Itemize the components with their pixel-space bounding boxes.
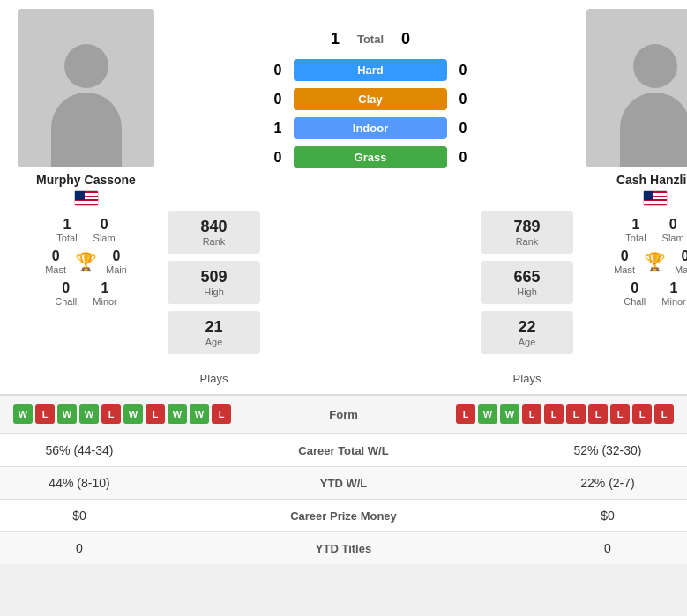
- player2-age-label: Age: [491, 337, 563, 347]
- form-badge-p1: W: [79, 404, 99, 424]
- p2-total-score: 0: [401, 30, 410, 48]
- player1-flag: [74, 190, 99, 210]
- stat-p1-value: 0: [0, 532, 159, 565]
- player1-total-label: Total: [56, 233, 77, 243]
- player1-main-stat: 0 Main: [106, 249, 127, 275]
- p1-indoor-score: 1: [269, 121, 287, 137]
- player2-form-badges: LWWLLLLLLL: [456, 404, 674, 424]
- p1-clay-score: 0: [269, 92, 287, 108]
- surface-indoor-row: 1 Indoor 0: [269, 117, 472, 139]
- avatar-body-2: [620, 93, 688, 167]
- stat-label: YTD Titles: [159, 532, 528, 565]
- player2-minor-label: Minor: [661, 296, 686, 307]
- stats-row: 0 YTD Titles 0: [0, 532, 687, 565]
- player1-total-value: 1: [63, 217, 71, 233]
- player2-mast-value: 0: [621, 249, 629, 264]
- player2-main-label: Main: [675, 264, 687, 275]
- stats-row: 44% (8-10) YTD W/L 22% (2-7): [0, 467, 687, 500]
- player1-age-label: Age: [178, 337, 250, 347]
- stats-table: 56% (44-34) Career Total W/L 52% (32-30)…: [0, 434, 687, 564]
- player2-card: Cash Hanzlik 1 Total 0 Slam 0 Mast: [578, 9, 687, 385]
- player2-chall-stat: 0 Chall: [624, 280, 646, 307]
- stat-p2-value: 0: [528, 532, 687, 565]
- form-label: Form: [329, 408, 358, 421]
- player2-rank-value: 789: [491, 218, 563, 236]
- player1-info-panel: 840 Rank 509 High 21 Age Plays: [163, 9, 265, 385]
- player1-minor-label: Minor: [93, 296, 117, 307]
- player1-minor-value: 1: [101, 280, 109, 296]
- player1-mast-stat: 0 Mast: [45, 249, 66, 275]
- form-badge-p1: L: [212, 404, 231, 424]
- player2-rank-label: Rank: [491, 236, 563, 247]
- player2-age-value: 22: [491, 318, 563, 337]
- player2-slam-value: 0: [669, 217, 677, 233]
- form-badge-p2: L: [588, 404, 608, 424]
- player1-main-value: 0: [112, 249, 120, 264]
- player1-slam-label: Slam: [93, 233, 116, 243]
- form-badge-p2: W: [478, 404, 497, 424]
- player2-minor-value: 1: [670, 280, 678, 296]
- player1-stats-row1: 1 Total 0 Slam: [56, 217, 115, 243]
- player1-mast-label: Mast: [45, 264, 66, 275]
- player2-total-label: Total: [625, 233, 646, 243]
- player1-chall-stat: 0 Chall: [55, 280, 77, 307]
- form-badge-p1: L: [35, 404, 55, 424]
- form-badge-p2: W: [500, 404, 519, 424]
- stat-label: Career Total W/L: [159, 434, 528, 467]
- player1-high-label: High: [178, 286, 250, 297]
- form-badge-p1: W: [168, 404, 187, 424]
- grass-badge: Grass: [294, 146, 447, 168]
- form-badge-p2: L: [456, 404, 475, 424]
- player1-age-value: 21: [178, 318, 250, 337]
- p2-grass-score: 0: [454, 150, 472, 166]
- player1-slam-stat: 0 Slam: [93, 217, 116, 243]
- player1-rank-label: Rank: [178, 236, 250, 247]
- player2-avatar: [586, 9, 687, 167]
- surface-grass-row: 0 Grass 0: [269, 146, 472, 168]
- p1-hard-score: 0: [269, 63, 287, 78]
- player1-main-label: Main: [106, 264, 127, 275]
- stat-p1-value: 44% (8-10): [0, 467, 159, 500]
- main-container: Murphy Cassone 1 Total 0 Slam 0 Mast: [0, 0, 687, 564]
- player1-plays: Plays: [200, 372, 228, 385]
- player2-trophy-row: 0 Mast 🏆 0 Main: [614, 249, 687, 275]
- player1-total-stat: 1 Total: [56, 217, 77, 243]
- top-section: Murphy Cassone 1 Total 0 Slam 0 Mast: [0, 0, 687, 394]
- stat-label: Career Prize Money: [159, 500, 528, 532]
- player2-slam-label: Slam: [662, 233, 684, 243]
- player2-high-value: 665: [491, 268, 563, 286]
- player2-high-label: High: [491, 286, 563, 297]
- player1-mast-value: 0: [52, 249, 60, 264]
- form-badge-p2: L: [632, 404, 652, 424]
- p2-hard-score: 0: [454, 63, 472, 78]
- form-badge-p1: W: [13, 404, 33, 424]
- player2-name: Cash Hanzlik: [616, 173, 687, 187]
- player1-age-box: 21 Age: [168, 311, 260, 354]
- player2-trophy-icon: 🏆: [644, 251, 666, 272]
- player2-stats-row1: 1 Total 0 Slam: [625, 217, 683, 243]
- player1-rank-value: 840: [178, 218, 250, 236]
- stat-p2-value: 22% (2-7): [528, 467, 687, 500]
- form-badge-p1: L: [146, 404, 165, 424]
- total-row: 1 Total 0: [331, 30, 410, 48]
- player1-minor-stat: 1 Minor: [93, 280, 117, 307]
- form-badge-p1: W: [190, 404, 209, 424]
- p2-indoor-score: 0: [454, 121, 472, 137]
- player1-chall-value: 0: [62, 280, 70, 296]
- avatar-head: [64, 44, 108, 88]
- form-badge-p2: L: [654, 404, 674, 424]
- surface-clay-row: 0 Clay 0: [269, 88, 472, 110]
- player1-bottom-row: 0 Chall 1 Minor: [55, 280, 117, 307]
- indoor-badge: Indoor: [294, 117, 447, 139]
- player2-high-box: 665 High: [481, 261, 573, 304]
- stat-label: YTD W/L: [159, 467, 528, 500]
- stat-p1-value: $0: [0, 500, 159, 532]
- player2-slam-stat: 0 Slam: [662, 217, 684, 243]
- hard-badge: Hard: [294, 59, 447, 81]
- player2-mast-label: Mast: [614, 264, 635, 275]
- stat-p1-value: 56% (44-34): [0, 434, 159, 467]
- player2-flag-icon: [643, 190, 668, 206]
- player2-age-box: 22 Age: [481, 311, 573, 354]
- player1-form-badges: WLWWLWLWWL: [13, 404, 231, 424]
- player1-avatar: [18, 9, 154, 167]
